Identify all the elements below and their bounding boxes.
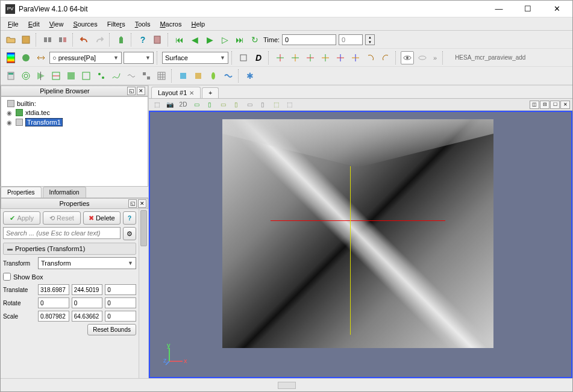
view-2d-button[interactable]: 2D [178,100,189,110]
save-icon[interactable] [19,33,33,46]
view-pz-icon[interactable] [334,51,347,64]
menu-view[interactable]: View [46,19,67,29]
clip-icon[interactable] [34,69,48,82]
common-3-icon[interactable] [207,69,220,82]
scale-z-input[interactable] [105,311,136,322]
common-2-icon[interactable] [192,69,205,82]
props-help-button[interactable]: ? [123,211,136,225]
view-select-icon[interactable]: ▭ [191,100,202,110]
view-select5-icon[interactable]: ▭ [244,100,255,110]
view-select6-icon[interactable]: ▯ [257,100,268,110]
view-select3-icon[interactable]: ▭ [218,100,228,110]
tab-properties[interactable]: Properties [1,187,42,198]
color-editor-icon[interactable] [19,51,33,64]
split-h-icon[interactable]: ◫ [530,101,539,109]
pipeline-browser[interactable]: builtin: ◉ xtdia.tec ◉ Transform1 [1,96,148,187]
tab-information[interactable]: Information [43,187,86,198]
play-icon[interactable]: ▶ [203,33,216,46]
last-frame-icon[interactable]: ⏭ [233,33,246,46]
apply-icon[interactable] [114,33,128,46]
color-map-icon[interactable] [4,51,17,64]
pipeline-float-icon[interactable]: ◱ [127,87,136,95]
open-icon[interactable] [4,33,17,46]
representation-dropdown[interactable]: Surface▼ [162,52,228,64]
view-select2-icon[interactable]: ▯ [204,100,215,110]
view-select4-icon[interactable]: ▯ [231,100,242,110]
eye-closed-icon[interactable] [416,51,429,64]
calculator-icon[interactable] [4,69,17,82]
search-input[interactable] [3,227,121,239]
contour-icon[interactable] [19,69,33,82]
view-py-icon[interactable] [304,51,317,64]
reset-camera-icon[interactable] [237,51,250,64]
extract-icon[interactable] [80,69,93,82]
zoom-to-data-icon[interactable]: D [252,51,265,64]
menu-tools[interactable]: Tools [131,19,154,29]
common-4-icon[interactable] [222,69,235,82]
time-input[interactable] [282,34,336,45]
view-camera-icon[interactable]: 📷 [164,100,175,110]
time-end-input[interactable] [339,34,363,45]
render-view[interactable]: y x z [149,111,572,378]
visibility-icon[interactable]: ◉ [5,118,13,126]
view-render-icon[interactable]: ⬚ [151,100,162,110]
scale-y-input[interactable] [72,311,103,322]
translate-z-input[interactable] [105,284,136,295]
visibility-icon[interactable]: ◉ [5,108,13,117]
help-icon[interactable]: ? [136,33,149,46]
undo-icon[interactable] [78,33,91,46]
translate-x-input[interactable] [38,284,69,295]
menu-sources[interactable]: Sources [69,19,101,29]
rotate-90-icon[interactable] [364,51,377,64]
slice-icon[interactable] [49,69,63,82]
threshold-icon[interactable] [64,69,78,82]
time-spinner[interactable]: ▲▼ [365,34,375,45]
translate-y-input[interactable] [72,284,103,295]
delete-button[interactable]: ✖Delete [83,211,121,225]
find-data-icon[interactable] [151,33,164,46]
common-5-icon[interactable]: ✱ [243,69,257,82]
loop-icon[interactable]: ↻ [248,33,261,46]
close-tab-icon[interactable]: ✕ [189,90,194,96]
props-scrollbar[interactable] [139,209,148,378]
add-layout-button[interactable]: + [202,87,219,98]
menu-edit[interactable]: Edit [25,19,43,29]
view-select8-icon[interactable]: ⬚ [284,100,295,110]
props-close-icon[interactable]: ✕ [138,199,146,208]
group-icon[interactable] [140,69,153,82]
rotate-z-input[interactable] [105,297,136,308]
view-select7-icon[interactable]: ⬚ [271,100,281,110]
next-frame-icon[interactable]: ▷ [218,33,231,46]
tree-item-builtin[interactable]: builtin: [6,99,145,108]
first-frame-icon[interactable]: ⏮ [173,33,186,46]
prev-frame-icon[interactable]: ◀ [188,33,201,46]
props-float-icon[interactable]: ◱ [128,199,137,208]
variable-dropdown[interactable]: ○ pressure[Pa]▼ [49,52,122,64]
warp-icon[interactable] [125,69,138,82]
split-v-icon[interactable]: ⊟ [540,101,550,109]
tree-item-source[interactable]: ◉ xtdia.tec [11,108,145,117]
tree-item-transform[interactable]: ◉ Transform1 [11,117,145,127]
menu-filters[interactable]: Filters [104,19,129,29]
apply-button[interactable]: ✔Apply [3,211,40,225]
close-view-icon[interactable]: ✕ [560,101,570,109]
view-nz-icon[interactable] [349,51,362,64]
maximize-button[interactable]: ☐ [517,3,539,15]
common-1-icon[interactable] [177,69,190,82]
view-nx-icon[interactable] [289,51,302,64]
rotate-90cc-icon[interactable] [379,51,392,64]
macro-label[interactable]: HESA_mcr_paraview_add [455,54,525,61]
redo-icon[interactable] [93,33,106,46]
scale-x-input[interactable] [38,311,69,322]
transform-dropdown[interactable]: Transform▼ [38,257,136,269]
tab-layout-1[interactable]: Layout #1✕ [151,87,201,98]
stream-icon[interactable] [110,69,123,82]
maximize-view-icon[interactable]: ☐ [550,101,560,109]
menu-file[interactable]: File [4,19,22,29]
view-px-icon[interactable] [274,51,287,64]
menu-help[interactable]: Help [187,19,208,29]
advanced-gear-icon[interactable]: ⚙ [123,227,136,240]
view-ny-icon[interactable] [319,51,332,64]
connect-icon[interactable] [41,33,54,46]
reset-bounds-button[interactable]: Reset Bounds [87,324,136,335]
